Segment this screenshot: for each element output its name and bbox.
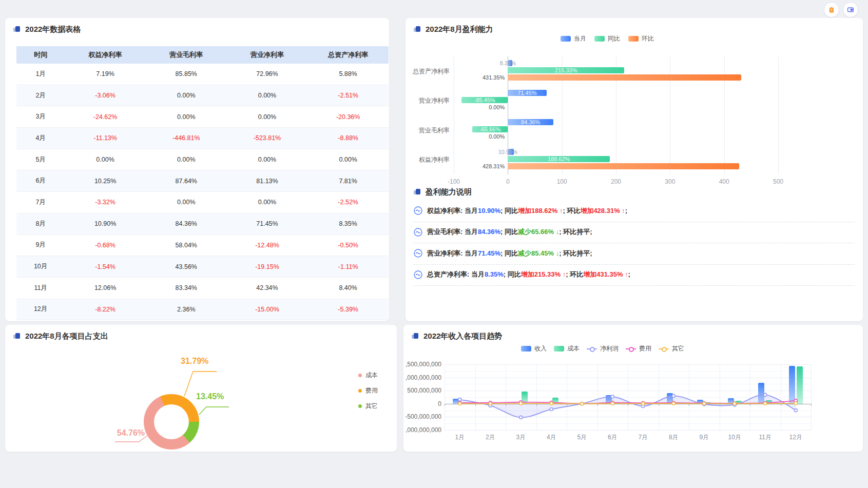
y-tick-label: -500,000,000 — [403, 413, 441, 420]
pie-legend-item[interactable]: 成本 — [358, 372, 378, 379]
table-cell: -3.06% — [65, 92, 146, 99]
table-cell: 87.64% — [146, 178, 227, 185]
x-tick-label: 7月 — [638, 433, 648, 442]
dashboard-page: { "header": { "toolbar_buttons": [ {"ico… — [0, 0, 868, 488]
axis-tick — [811, 404, 812, 406]
table-cell: 10.90% — [65, 220, 146, 227]
table-row: 3月-24.62%0.00%0.00%-20.36% — [16, 106, 389, 128]
legend-item-other[interactable]: 其它 — [659, 344, 684, 353]
table-cell: 0.00% — [146, 92, 227, 99]
donut-label-fee: 31.79% — [181, 357, 208, 366]
profitability-title-text: 2022年8月盈利能力 — [426, 25, 493, 34]
panel-expense-donut: 2022年8月各项目占支出 31.79% 13.45% 54.76% 成本费用其… — [5, 325, 397, 452]
column-header: 营业净利率 — [227, 50, 308, 60]
legend-item-fee[interactable]: 费用 — [626, 344, 651, 353]
bar-value-label: 84.36% — [508, 119, 553, 125]
note-text: 权益净利率: 当月10.90%; 同比增加188.62% ↑; 环比增加428.… — [427, 206, 627, 216]
gridline — [778, 56, 779, 174]
x-tick-label: 8月 — [669, 433, 679, 442]
x-tick-label: 3月 — [516, 433, 526, 442]
pie-legend-item[interactable]: 其它 — [358, 403, 378, 409]
x-tick-label: -100 — [448, 178, 460, 185]
bar-category-label: 营业毛利率 — [406, 126, 450, 135]
table-row: 1月7.19%85.85%72.96%5.88% — [16, 64, 389, 85]
x-tick-label: 4月 — [547, 433, 556, 442]
legend-label: 净利润 — [600, 344, 619, 353]
table-cell: -20.36% — [307, 113, 389, 121]
table-cell: -5.39% — [307, 306, 389, 313]
table-cell: -15.00% — [227, 306, 308, 313]
donut-chart — [144, 394, 199, 450]
x-tick-label: 500 — [773, 178, 783, 185]
legend-label: 其它 — [365, 402, 378, 411]
donut-leader-lines — [5, 325, 397, 452]
table-cell: -2.52% — [307, 199, 389, 206]
clipboard-button[interactable] — [824, 2, 839, 17]
bar-环比 — [508, 74, 741, 81]
x-tick-label: 0 — [506, 178, 510, 185]
row-label: 1月 — [16, 70, 65, 79]
table-cell: -523.81% — [227, 134, 308, 142]
legend-item-current-month[interactable]: 当月 — [561, 34, 586, 43]
clipboard-icon — [828, 6, 835, 13]
notes-title-text: 盈利能力说明 — [426, 187, 472, 197]
legend-label: 成本 — [567, 344, 580, 353]
row-label: 8月 — [16, 220, 65, 228]
note-item: 权益净利率: 当月10.90%; 同比增加188.62% ↑; 环比增加428.… — [414, 200, 855, 222]
x-tick-label: 200 — [611, 178, 621, 185]
legend-item-net-profit[interactable]: 净利润 — [587, 344, 619, 353]
column-header: 时间 — [16, 50, 65, 60]
row-label: 4月 — [16, 134, 65, 143]
bar-value-label: 0.00% — [474, 133, 505, 140]
trend-title: 2022年收入各项目趋势 — [412, 331, 502, 341]
donut-hole — [154, 404, 189, 439]
bar-category-label: 权益净利率 — [406, 155, 450, 164]
y-tick-label: ,000,000,000 — [403, 374, 441, 381]
table-cell: 12.06% — [65, 284, 146, 291]
legend-dot-icon — [358, 389, 362, 393]
legend-item-yoy[interactable]: 同比 — [594, 34, 620, 43]
note-text: 营业净利率: 当月71.45%; 同比减少85.45% ↓; 环比持平; — [427, 249, 592, 258]
legend-dot-icon — [358, 374, 362, 377]
x-tick-label: 1月 — [455, 433, 465, 442]
legend-label: 费用 — [639, 344, 651, 353]
legend-item-income[interactable]: 收入 — [521, 344, 547, 353]
trend-wave-icon — [414, 206, 422, 215]
bar-category-label: 营业净利率 — [406, 96, 450, 105]
legend-item-cost[interactable]: 成本 — [554, 344, 580, 353]
legend-label: 费用 — [365, 386, 378, 395]
table-cell: 7.19% — [65, 70, 146, 77]
table-cell: 0.00% — [146, 113, 227, 121]
pie-legend-item[interactable]: 费用 — [358, 387, 378, 394]
panel-profitability: 2022年8月盈利能力 当月 同比 环比 8.35%215.33%431.35%… — [406, 18, 863, 321]
screen-icon — [847, 6, 854, 13]
legend-dot-icon — [358, 404, 362, 408]
table-row: 12月-8.22%2.36%-15.00%-5.39% — [16, 299, 389, 321]
column-header: 总资产净利率 — [307, 50, 389, 60]
bar-value-label: 8.35% — [492, 60, 523, 66]
table-row: 2月-3.06%0.00%0.00%-2.51% — [16, 85, 389, 107]
bar-value-label: -65.66% — [472, 126, 508, 132]
purple-line-marker-icon — [587, 346, 597, 352]
v-gridline — [811, 364, 812, 430]
y-tick-label: 0 — [403, 400, 441, 407]
note-text: 营业毛利率: 当月84.36%; 同比减少65.66% ↓; 环比持平; — [427, 227, 592, 237]
table-cell: 8.35% — [307, 220, 389, 227]
trend-wave-icon — [414, 270, 422, 279]
table-cell: 5.88% — [307, 70, 389, 77]
pink-line-marker-icon — [626, 346, 636, 352]
row-label: 10月 — [16, 262, 65, 271]
x-tick-label: 400 — [719, 178, 729, 185]
bar-value-label: 71.45% — [508, 90, 546, 96]
table-cell: -2.51% — [307, 92, 389, 99]
row-label: 11月 — [16, 284, 65, 292]
screen-button[interactable] — [843, 2, 858, 17]
x-tick-label: 10月 — [728, 433, 741, 442]
table-cell: 0.00% — [65, 156, 146, 163]
legend-item-mom[interactable]: 环比 — [628, 34, 654, 43]
bar-value-label: 10.90% — [492, 149, 523, 155]
x-tick-label: 12月 — [789, 433, 802, 442]
table-row: 6月10.25%87.64%81.13%7.81% — [16, 170, 389, 192]
legend-label: 成本 — [365, 371, 378, 380]
table-cell: -1.54% — [65, 263, 146, 270]
